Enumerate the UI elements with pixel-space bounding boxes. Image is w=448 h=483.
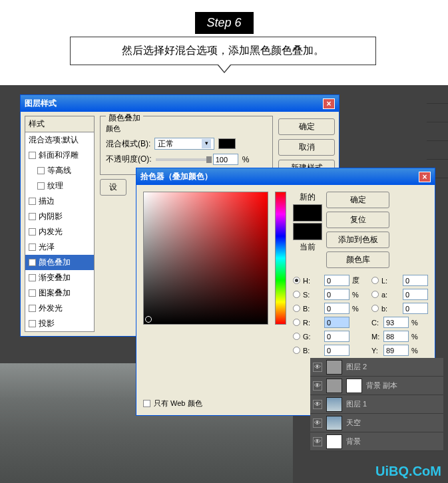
y-input[interactable]: [383, 345, 409, 356]
checkbox[interactable]: [37, 182, 45, 190]
new-color-label: 新的: [300, 192, 316, 203]
layer-thumb: [326, 379, 342, 393]
current-color-label: 当前: [300, 242, 316, 253]
styles-list: 样式 混合选项:默认 斜面和浮雕 等高线 纹理 描边 内阴影 内发光 光泽 颜色…: [25, 116, 95, 332]
color-cursor-icon: [145, 316, 152, 323]
blend-mode-select[interactable]: 正常 ▾: [154, 138, 214, 150]
chevron-down-icon: ▾: [202, 139, 211, 148]
cancel-button[interactable]: 取消: [278, 139, 335, 156]
dialog-title: 拾色器（叠加颜色）: [140, 171, 212, 182]
opacity-slider[interactable]: [156, 158, 209, 161]
opacity-label: 不透明度(O):: [106, 154, 152, 165]
s-radio[interactable]: [293, 291, 300, 298]
h-input[interactable]: [324, 275, 349, 286]
g-radio[interactable]: [293, 333, 300, 340]
checkbox[interactable]: [29, 289, 36, 297]
style-drop-shadow[interactable]: 投影: [25, 316, 94, 331]
eye-icon[interactable]: 👁: [313, 418, 322, 428]
b-input[interactable]: [324, 303, 349, 314]
eye-icon[interactable]: 👁: [313, 437, 322, 446]
color-overlay-group: 颜色叠加 颜色 混合模式(B): 正常 ▾ 不透明度(O): %: [100, 116, 273, 175]
eye-icon[interactable]: 👁: [313, 400, 322, 409]
checkbox[interactable]: [29, 320, 36, 327]
layer-row[interactable]: 👁图层 1: [310, 395, 443, 414]
layer-thumb: [326, 434, 342, 449]
reset-button[interactable]: 复位: [326, 212, 389, 228]
g-input[interactable]: [324, 331, 349, 342]
style-outer-glow[interactable]: 外发光: [25, 301, 94, 316]
style-color-overlay[interactable]: 颜色叠加: [25, 255, 94, 270]
tool-button[interactable]: [427, 141, 448, 160]
checkbox[interactable]: [29, 228, 36, 236]
style-pattern-overlay[interactable]: 图案叠加: [25, 285, 94, 301]
lb-input[interactable]: [403, 303, 428, 314]
hue-slider[interactable]: [275, 192, 286, 325]
color-library-button[interactable]: 颜色库: [326, 251, 389, 268]
b2-radio[interactable]: [293, 347, 300, 354]
style-stroke[interactable]: 描边: [25, 194, 94, 209]
overlay-color-swatch[interactable]: [218, 138, 236, 149]
l-radio[interactable]: [371, 277, 379, 284]
m-input[interactable]: [383, 331, 409, 342]
h-radio[interactable]: [293, 277, 300, 284]
checkbox[interactable]: [29, 305, 36, 312]
web-only-label: 只有 Web 颜色: [154, 399, 202, 408]
style-bevel[interactable]: 斜面和浮雕: [25, 148, 94, 163]
dialog-titlebar[interactable]: 拾色器（叠加颜色） ×: [136, 168, 435, 185]
style-inner-glow[interactable]: 内发光: [25, 224, 94, 240]
close-icon[interactable]: ×: [419, 172, 431, 182]
lb-radio[interactable]: [371, 305, 379, 312]
ok-button[interactable]: 确定: [278, 118, 335, 135]
style-contour[interactable]: 等高线: [25, 163, 94, 178]
style-gradient-overlay[interactable]: 渐变叠加: [25, 270, 94, 285]
tool-button[interactable]: [427, 104, 448, 122]
a-input[interactable]: [403, 289, 428, 300]
style-texture[interactable]: 纹理: [25, 178, 94, 194]
color-field[interactable]: [143, 192, 268, 325]
layer-row[interactable]: 👁背景: [310, 432, 443, 451]
b2-input[interactable]: [324, 345, 349, 356]
layers-panel: 👁图层 2 👁背景 副本 👁图层 1 👁天空 👁背景: [310, 358, 443, 451]
checkbox[interactable]: [29, 259, 36, 266]
group-title: 颜色叠加: [106, 112, 143, 124]
styles-header[interactable]: 样式: [25, 116, 94, 132]
ok-button[interactable]: 确定: [326, 192, 389, 208]
checkbox[interactable]: [37, 167, 45, 174]
c-input[interactable]: [383, 317, 409, 328]
r-radio[interactable]: [293, 319, 300, 326]
pointer-icon: [218, 65, 231, 73]
style-satin[interactable]: 光泽: [25, 240, 94, 255]
checkbox[interactable]: [29, 213, 36, 220]
eye-icon[interactable]: 👁: [313, 381, 322, 391]
current-color-swatch: [293, 223, 322, 240]
web-only-checkbox[interactable]: [143, 400, 150, 407]
dialog-title: 图层样式: [25, 98, 57, 109]
layer-row[interactable]: 👁背景 副本: [310, 377, 443, 395]
checkbox[interactable]: [29, 243, 36, 251]
close-icon[interactable]: ×: [323, 98, 335, 109]
tool-button[interactable]: [427, 122, 448, 141]
watermark: UiBQ.CoM: [375, 464, 441, 479]
style-inner-shadow[interactable]: 内阴影: [25, 209, 94, 224]
opacity-input[interactable]: [213, 154, 238, 165]
style-blend-default[interactable]: 混合选项:默认: [25, 132, 94, 148]
settings-button[interactable]: 设: [100, 179, 126, 196]
blend-mode-label: 混合模式(B):: [106, 138, 150, 150]
add-swatch-button[interactable]: 添加到色板: [326, 232, 389, 248]
checkbox[interactable]: [29, 274, 36, 281]
a-radio[interactable]: [371, 291, 379, 298]
layer-row[interactable]: 👁图层 2: [310, 358, 443, 377]
l-input[interactable]: [403, 275, 428, 286]
checkbox[interactable]: [29, 198, 36, 205]
eye-icon[interactable]: 👁: [313, 363, 322, 372]
r-input[interactable]: [324, 317, 349, 328]
layer-thumb: [326, 416, 342, 430]
layer-thumb: [326, 360, 342, 375]
dialog-titlebar[interactable]: 图层样式 ×: [21, 95, 339, 112]
s-input[interactable]: [324, 289, 349, 300]
b-radio[interactable]: [293, 305, 300, 312]
step-badge: Step 6: [194, 12, 253, 34]
checkbox[interactable]: [29, 152, 36, 159]
tool-button[interactable]: [427, 85, 448, 104]
layer-row[interactable]: 👁天空: [310, 414, 443, 432]
